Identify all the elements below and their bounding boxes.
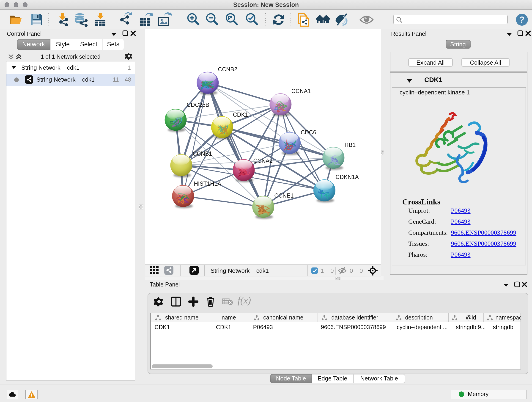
- svg-text:?: ?: [519, 15, 524, 24]
- svg-text:CDKN1A: CDKN1A: [335, 173, 359, 180]
- svg-text:CCNE1: CCNE1: [274, 192, 293, 198]
- svg-text:CCNB2: CCNB2: [218, 66, 237, 72]
- svg-text:CDK1: CDK1: [233, 111, 248, 118]
- svg-text:CCNA1: CCNA1: [291, 88, 311, 94]
- svg-text:CCNB1: CCNB1: [192, 150, 212, 157]
- svg-text:HIST1H1A: HIST1H1A: [194, 180, 221, 186]
- svg-text:CDC6: CDC6: [300, 129, 316, 135]
- svg-text:CDC25B: CDC25B: [186, 101, 209, 108]
- svg-text:CCNA2: CCNA2: [253, 157, 272, 164]
- svg-text:RB1: RB1: [344, 141, 355, 148]
